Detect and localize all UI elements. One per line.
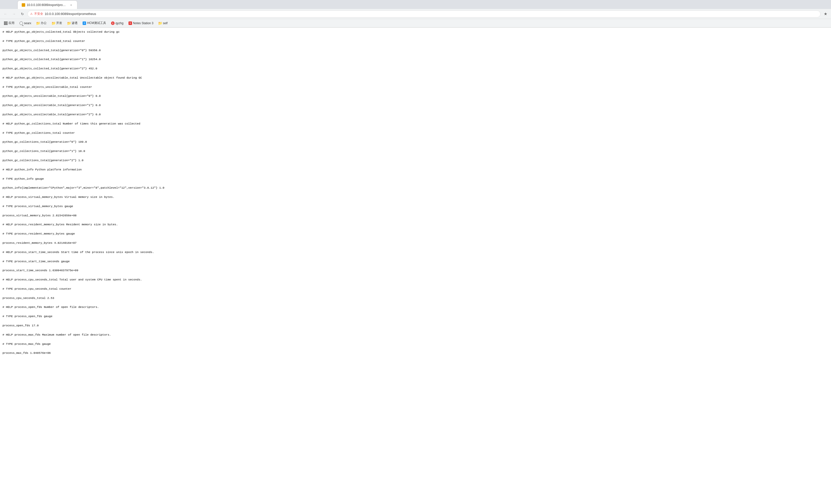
- content-line: # TYPE process_max_fds gauge: [2, 342, 829, 346]
- content-line: process_max_fds 1.048576e+06: [2, 351, 829, 355]
- content-line: # TYPE python_gc_objects_collected_total…: [2, 39, 829, 43]
- content-line: python_gc_objects_collected_total{genera…: [2, 48, 829, 53]
- content-line: python_gc_objects_collected_total{genera…: [2, 57, 829, 62]
- content-line: python_gc_collections_total{generation="…: [2, 140, 829, 144]
- back-button[interactable]: ←: [2, 10, 9, 18]
- bookmark-qyzhg[interactable]: Q qyzhg: [109, 21, 125, 26]
- security-warning-icon: ⚠: [30, 12, 33, 16]
- content-line: # HELP process_resident_memory_bytes Res…: [2, 222, 829, 227]
- infiltrate-folder-icon: 📁: [67, 22, 70, 25]
- apps-grid-icon: [4, 22, 7, 25]
- content-line: # TYPE python_gc_collections_total count…: [2, 131, 829, 135]
- browser-toolbar: ← → ↻ ⚠ 不安全 ★: [0, 9, 831, 19]
- content-line: # TYPE process_start_time_seconds gauge: [2, 259, 829, 264]
- browser-tabs: 10.0.0.100:8089/export/prometheus ×: [0, 0, 831, 9]
- content-line: # HELP python_gc_objects_collected_total…: [2, 30, 829, 34]
- security-warning-text: 不安全: [34, 12, 43, 16]
- tab-favicon: [22, 3, 25, 7]
- content-line: process_start_time_seconds 1.63094637975…: [2, 268, 829, 273]
- bookmark-searx-label: searx: [24, 22, 31, 25]
- bookmark-infiltrate-label: 渗透: [71, 21, 78, 25]
- address-bar-container: ⚠ 不安全: [27, 10, 821, 18]
- prometheus-output: # HELP python_gc_objects_collected_total…: [0, 28, 831, 362]
- bookmark-star-button[interactable]: ★: [822, 10, 829, 18]
- bookmark-notes-station[interactable]: N Notes Station 3: [126, 21, 155, 26]
- forward-icon: →: [12, 12, 16, 16]
- content-line: # HELP python_gc_collections_total Numbe…: [2, 121, 829, 126]
- content-line: # HELP process_virtual_memory_bytes Virt…: [2, 195, 829, 199]
- bookmark-apps-grid[interactable]: 应用: [2, 20, 17, 26]
- bookmark-searx[interactable]: searx: [18, 21, 33, 26]
- content-line: # TYPE process_open_fds gauge: [2, 314, 829, 319]
- forward-button[interactable]: →: [10, 10, 18, 18]
- content-line: # HELP python_info Python platform infor…: [2, 168, 829, 172]
- notes-station-icon: N: [128, 22, 132, 25]
- content-line: process_cpu_seconds_total 2.53: [2, 296, 829, 300]
- tab-close-button[interactable]: ×: [69, 3, 73, 7]
- content-line: # HELP process_max_fds Maximum number of…: [2, 333, 829, 337]
- content-line: python_gc_objects_uncollectable_total{ge…: [2, 94, 829, 98]
- reload-button[interactable]: ↻: [19, 10, 26, 18]
- bookmark-self[interactable]: 📁 self: [156, 21, 170, 26]
- content-line: python_gc_objects_uncollectable_total{ge…: [2, 103, 829, 108]
- content-line: # TYPE process_virtual_memory_bytes gaug…: [2, 204, 829, 209]
- content-line: python_gc_collections_total{generation="…: [2, 158, 829, 163]
- bookmark-hcm-label: HCM测试工具: [87, 21, 106, 25]
- bookmark-office-label: 办公: [41, 21, 47, 25]
- content-line: # TYPE process_resident_memory_bytes gau…: [2, 232, 829, 236]
- content-line: process_virtual_memory_bytes 2.81542656e…: [2, 213, 829, 218]
- star-icon: ★: [824, 11, 827, 16]
- self-folder-icon: 📁: [159, 22, 162, 25]
- hcm-icon: H: [83, 22, 86, 25]
- content-line: # TYPE python_gc_objects_uncollectable_t…: [2, 85, 829, 89]
- tab-title: 10.0.0.100:8089/export/prometheus: [27, 3, 68, 7]
- back-icon: ←: [4, 12, 7, 16]
- content-line: python_gc_collections_total{generation="…: [2, 149, 829, 153]
- bookmark-self-label: self: [163, 22, 168, 25]
- browser-frame: 10.0.0.100:8089/export/prometheus × ← → …: [0, 0, 831, 28]
- apps-label: 应用: [8, 21, 15, 25]
- bookmark-notes-station-label: Notes Station 3: [133, 22, 153, 25]
- searx-icon: [20, 22, 23, 25]
- content-line: python_info{implementation="CPython",maj…: [2, 186, 829, 190]
- content-line: python_gc_objects_uncollectable_total{ge…: [2, 112, 829, 117]
- content-line: # HELP python_gc_objects_uncollectable_t…: [2, 76, 829, 80]
- dev-folder-icon: 📁: [52, 22, 55, 25]
- bookmark-qyzhg-label: qyzhg: [116, 22, 123, 25]
- address-bar-input[interactable]: [45, 12, 818, 16]
- content-line: python_gc_objects_collected_total{genera…: [2, 66, 829, 71]
- qyzhg-icon: Q: [111, 22, 115, 25]
- content-line: process_open_fds 17.0: [2, 323, 829, 328]
- content-line: # HELP process_cpu_seconds_total Total u…: [2, 277, 829, 282]
- reload-icon: ↻: [21, 12, 24, 16]
- bookmark-office[interactable]: 📁 办公: [34, 20, 49, 26]
- content-line: # TYPE process_cpu_seconds_total counter: [2, 287, 829, 291]
- content-line: # TYPE python_info gauge: [2, 177, 829, 181]
- content-line: process_resident_memory_bytes 4.8214016e…: [2, 241, 829, 245]
- content-line: # HELP process_start_time_seconds Start …: [2, 250, 829, 255]
- bookmark-dev[interactable]: 📁 开发: [50, 20, 64, 26]
- bookmark-infiltrate[interactable]: 📁 渗透: [65, 20, 80, 26]
- active-tab[interactable]: 10.0.0.100:8089/export/prometheus ×: [18, 0, 77, 9]
- bookmarks-bar: 应用 searx 📁 办公 📁 开发 📁: [0, 19, 831, 27]
- bookmark-hcm[interactable]: H HCM测试工具: [81, 20, 108, 26]
- content-line: # HELP process_open_fds Number of open f…: [2, 305, 829, 309]
- bookmark-dev-label: 开发: [56, 21, 62, 25]
- office-folder-icon: 📁: [36, 22, 40, 25]
